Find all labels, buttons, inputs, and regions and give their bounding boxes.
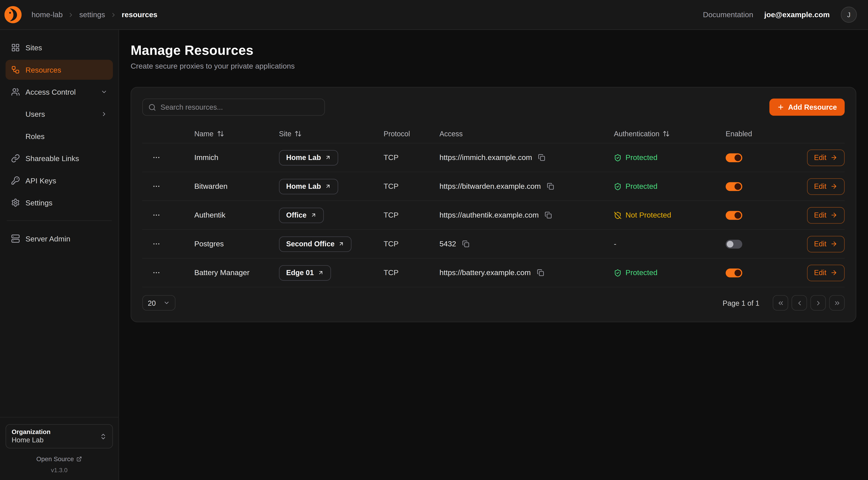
row-actions-button[interactable]	[150, 180, 163, 192]
column-header-authentication[interactable]: Authentication	[614, 129, 725, 138]
site-name: Second Office	[286, 240, 335, 248]
version-label: v1.3.0	[6, 467, 113, 474]
enabled-toggle[interactable]	[725, 153, 742, 162]
column-header-enabled: Enabled	[725, 129, 798, 138]
edit-button[interactable]: Edit	[807, 236, 845, 252]
column-header-name[interactable]: Name	[194, 129, 279, 138]
table-row: Postgres Second Office TCP 5432 - Edit	[142, 230, 845, 259]
column-header-protocol: Protocol	[383, 129, 439, 138]
org-label: Organization	[11, 429, 99, 435]
search-input[interactable]	[160, 103, 319, 111]
enabled-toggle[interactable]	[725, 211, 742, 219]
edit-button[interactable]: Edit	[807, 178, 845, 194]
site-link[interactable]: Home Lab	[279, 179, 338, 194]
table-row: Bitwarden Home Lab TCP https://bitwarden…	[142, 172, 845, 201]
resource-name: Authentik	[194, 211, 279, 219]
next-page-button[interactable]	[810, 295, 826, 310]
sidebar-item-shareable-links[interactable]: Shareable Links	[6, 148, 113, 168]
sort-icon[interactable]	[295, 130, 302, 138]
last-page-button[interactable]	[829, 295, 845, 310]
row-actions-button[interactable]	[150, 237, 163, 250]
access-url: https://battery.example.com	[439, 269, 531, 277]
copy-button[interactable]	[461, 239, 470, 248]
sidebar-item-users[interactable]: Users	[6, 104, 113, 124]
previous-page-button[interactable]	[792, 295, 807, 310]
users-icon	[11, 87, 20, 96]
copy-button[interactable]	[546, 182, 555, 191]
chevrons-up-down-icon	[100, 433, 107, 440]
header-label: Name	[194, 129, 214, 138]
table-header-row: Name Site Protocol Access	[142, 124, 845, 143]
documentation-link[interactable]: Documentation	[703, 10, 753, 19]
copy-button[interactable]	[536, 268, 545, 277]
breadcrumb-org[interactable]: home-lab	[31, 10, 63, 19]
auth-label: Not Protected	[625, 211, 671, 219]
edit-button[interactable]: Edit	[807, 207, 845, 223]
column-header-access: Access	[439, 129, 614, 138]
enabled-toggle[interactable]	[725, 239, 742, 248]
gear-icon	[11, 198, 20, 207]
user-email[interactable]: joe@example.com	[764, 10, 830, 19]
sidebar: Sites Resources Access Control Users Rol…	[0, 30, 119, 480]
sidebar-item-api-keys[interactable]: API Keys	[6, 171, 113, 190]
sidebar-item-settings[interactable]: Settings	[6, 193, 113, 213]
site-link[interactable]: Home Lab	[279, 150, 338, 165]
copy-icon	[538, 154, 546, 161]
sidebar-item-label: Settings	[26, 199, 53, 207]
access-url: 5432	[439, 240, 456, 248]
shield-check-icon	[614, 154, 622, 161]
auth-status: Protected	[614, 182, 725, 190]
first-page-button[interactable]	[773, 295, 788, 310]
sort-icon[interactable]	[663, 130, 670, 138]
breadcrumb-settings[interactable]: settings	[79, 10, 105, 19]
sort-icon[interactable]	[217, 130, 224, 138]
column-header-site[interactable]: Site	[279, 129, 383, 138]
sidebar-item-server-admin[interactable]: Server Admin	[6, 229, 113, 248]
add-resource-button[interactable]: Add Resource	[769, 99, 845, 116]
arrow-right-icon	[830, 240, 838, 248]
protocol: TCP	[383, 182, 439, 190]
page-size-select[interactable]: 20	[142, 295, 176, 310]
row-actions-button[interactable]	[150, 266, 163, 279]
sidebar-item-access-control[interactable]: Access Control	[6, 82, 113, 102]
enabled-toggle[interactable]	[725, 182, 742, 191]
copy-button[interactable]	[544, 210, 553, 220]
shield-check-icon	[614, 269, 622, 276]
auth-status: Not Protected	[614, 211, 725, 219]
search-icon	[148, 103, 156, 111]
row-actions-button[interactable]	[150, 151, 163, 164]
edit-button[interactable]: Edit	[807, 264, 845, 281]
copy-icon	[537, 269, 544, 276]
page-size-value: 20	[148, 299, 156, 307]
avatar[interactable]: J	[841, 7, 857, 23]
site-link[interactable]: Second Office	[279, 236, 352, 252]
sidebar-item-roles[interactable]: Roles	[6, 126, 113, 146]
sidebar-item-label: Sites	[26, 43, 42, 52]
sidebar-item-sites[interactable]: Sites	[6, 38, 113, 58]
enabled-toggle[interactable]	[725, 268, 742, 277]
sidebar-item-label: Server Admin	[26, 234, 70, 243]
ellipsis-icon	[152, 240, 160, 248]
access-url: https://immich.example.com	[439, 153, 532, 161]
arrow-right-icon	[830, 212, 838, 219]
table-row: Battery Manager Edge 01 TCP https://batt…	[142, 259, 845, 288]
page-info: Page 1 of 1	[723, 299, 760, 307]
sidebar-item-resources[interactable]: Resources	[6, 60, 113, 80]
sidebar-divider	[7, 220, 112, 221]
site-link[interactable]: Edge 01	[279, 265, 331, 280]
copy-button[interactable]	[537, 153, 547, 162]
arrow-up-right-icon	[338, 241, 344, 247]
edit-label: Edit	[814, 182, 827, 190]
row-actions-button[interactable]	[150, 209, 163, 221]
resources-card: Add Resource Name Site	[131, 87, 856, 322]
open-source-link[interactable]: Open Source	[6, 456, 113, 462]
chevrons-right-icon	[833, 299, 840, 306]
org-selector[interactable]: Organization Home Lab	[6, 424, 113, 449]
app-logo[interactable]	[4, 6, 22, 23]
site-link[interactable]: Office	[279, 207, 324, 223]
table-row: Authentik Office TCP https://authentik.e…	[142, 201, 845, 230]
arrow-up-right-icon	[325, 183, 331, 189]
auth-status: Protected	[614, 153, 725, 161]
edit-label: Edit	[814, 240, 827, 248]
edit-button[interactable]: Edit	[807, 149, 845, 166]
